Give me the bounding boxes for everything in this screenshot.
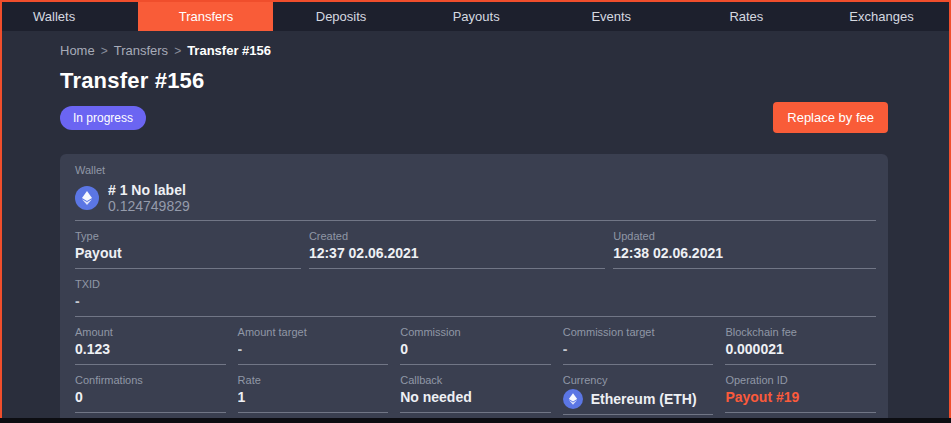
created-label: Created [309,230,605,242]
ethereum-icon [563,389,583,409]
nav-tab-deposits[interactable]: Deposits [273,2,408,31]
commission-label: Commission [400,326,551,338]
type-value: Payout [75,245,301,269]
wallet-label: Wallet [75,164,876,176]
commission-target-label: Commission target [563,326,714,338]
breadcrumb-separator: > [101,44,108,58]
transfer-details-card: Wallet # 1 No label 0.124749829 [60,154,888,418]
wallet-row[interactable]: # 1 No label 0.124749829 [75,179,876,221]
breadcrumb-transfers[interactable]: Transfers [114,43,168,58]
confirmations-field: Confirmations 0 [75,374,226,415]
currency-name: Ethereum (ETH) [591,391,697,407]
row-txid: TXID - [75,278,876,317]
ethereum-icon [75,186,99,210]
blockchain-fee-field: Blockchain fee 0.000021 [725,326,876,365]
app-frame: Wallets Transfers Deposits Payouts Event… [0,0,951,418]
amount-target-value: - [238,341,389,365]
operation-id-label: Operation ID [725,374,876,386]
bottom-black-bar [0,418,951,423]
top-navbar: Wallets Transfers Deposits Payouts Event… [2,2,949,31]
wallet-field: Wallet # 1 No label 0.124749829 [75,162,876,221]
rate-label: Rate [238,374,389,386]
callback-label: Callback [400,374,551,386]
commission-value: 0 [400,341,551,365]
updated-label: Updated [613,230,876,242]
type-label: Type [75,230,301,242]
currency-value: Ethereum (ETH) [563,389,714,415]
operation-id-link[interactable]: Payout #19 [725,389,876,413]
row-type-created-updated: Type Payout Created 12:37 02.06.2021 Upd… [75,230,876,269]
amount-label: Amount [75,326,226,338]
commission-target-field: Commission target - [563,326,714,365]
blockchain-fee-label: Blockchain fee [725,326,876,338]
commission-field: Commission 0 [400,326,551,365]
replace-by-fee-button[interactable]: Replace by fee [773,102,888,133]
breadcrumb-home[interactable]: Home [60,43,95,58]
amount-value: 0.123 [75,341,226,365]
breadcrumb-current: Transfer #156 [187,43,271,58]
nav-tab-events[interactable]: Events [544,2,679,31]
header-actions-row: In progress Replace by fee [60,102,888,133]
row-confirmations: Confirmations 0 Rate 1 Callback No neede… [75,374,876,415]
nav-tab-payouts[interactable]: Payouts [409,2,544,31]
currency-label: Currency [563,374,714,386]
nav-tab-transfers[interactable]: Transfers [138,2,273,31]
txid-value: - [75,293,876,317]
nav-tab-wallets[interactable]: Wallets [2,2,138,31]
wallet-texts: # 1 No label 0.124749829 [108,182,190,214]
app-window: Wallets Transfers Deposits Payouts Event… [0,0,951,423]
commission-target-value: - [563,341,714,365]
breadcrumb-separator: > [174,44,181,58]
wallet-name: # 1 No label [108,182,190,198]
nav-tab-exchanges[interactable]: Exchanges [814,2,949,31]
currency-field: Currency Ethereum (ETH) [563,374,714,415]
rate-field: Rate 1 [238,374,389,415]
callback-field: Callback No needed [400,374,551,415]
amount-target-label: Amount target [238,326,389,338]
row-amounts: Amount 0.123 Amount target - Commission … [75,326,876,365]
type-field: Type Payout [75,230,301,269]
created-field: Created 12:37 02.06.2021 [309,230,605,269]
callback-value: No needed [400,389,551,413]
status-badge: In progress [60,106,146,130]
updated-value: 12:38 02.06.2021 [613,245,876,269]
updated-field: Updated 12:38 02.06.2021 [613,230,876,269]
operation-id-field: Operation ID Payout #19 [725,374,876,415]
confirmations-value: 0 [75,389,226,413]
main-content: Home > Transfers > Transfer #156 Transfe… [2,31,949,418]
txid-label: TXID [75,278,876,290]
blockchain-fee-value: 0.000021 [725,341,876,365]
amount-field: Amount 0.123 [75,326,226,365]
created-value: 12:37 02.06.2021 [309,245,605,269]
nav-tab-rates[interactable]: Rates [679,2,814,31]
amount-target-field: Amount target - [238,326,389,365]
breadcrumb: Home > Transfers > Transfer #156 [60,31,888,58]
txid-field: TXID - [75,278,876,317]
rate-value: 1 [238,389,389,413]
wallet-balance: 0.124749829 [108,198,190,214]
confirmations-label: Confirmations [75,374,226,386]
page-title: Transfer #156 [60,68,888,94]
